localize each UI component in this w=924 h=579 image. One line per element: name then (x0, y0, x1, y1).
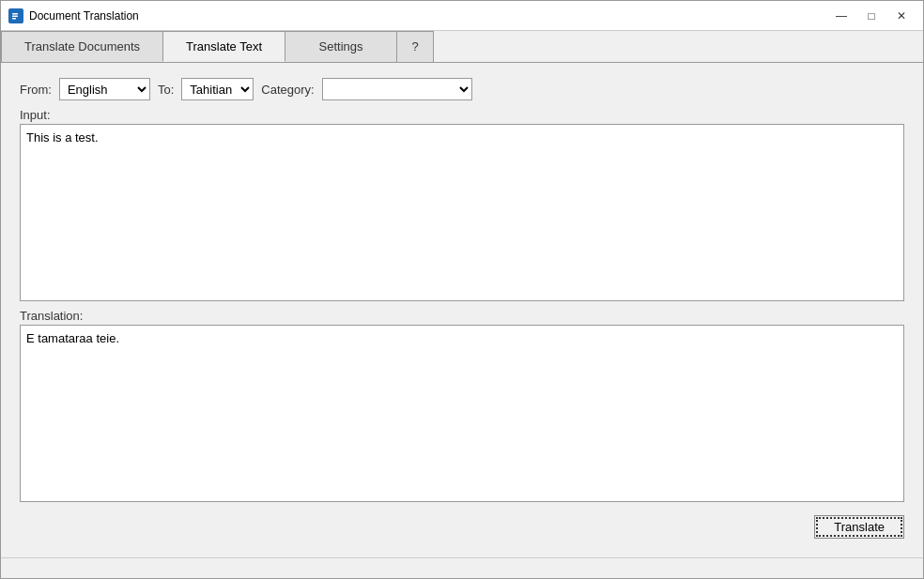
input-label: Input: (20, 108, 904, 122)
tab-translate-documents[interactable]: Translate Documents (1, 31, 163, 62)
to-label: To: (158, 83, 174, 97)
translation-label: Translation: (20, 309, 904, 323)
input-textarea[interactable]: This is a test. (20, 124, 904, 301)
main-content: From: English Auto-detect French Spanish… (1, 63, 923, 557)
from-dropdown[interactable]: English Auto-detect French Spanish Germa… (59, 78, 150, 100)
tab-help[interactable]: ? (396, 31, 434, 62)
language-controls: From: English Auto-detect French Spanish… (20, 78, 904, 100)
tab-bar: Translate Documents Translate Text Setti… (1, 31, 923, 63)
title-bar: Document Translation — □ ✕ (1, 1, 923, 31)
close-button[interactable]: ✕ (887, 7, 916, 25)
translation-textarea[interactable]: E tamataraa teie. (20, 325, 904, 502)
category-label: Category: (261, 83, 314, 97)
app-icon (8, 8, 23, 23)
input-section: Input: This is a test. (20, 108, 904, 301)
category-dropdown[interactable] (322, 78, 472, 100)
minimize-button[interactable]: — (827, 7, 855, 25)
translation-section: Translation: E tamataraa teie. (20, 309, 904, 502)
svg-rect-1 (12, 13, 18, 15)
svg-rect-2 (12, 15, 18, 17)
tab-settings[interactable]: Settings (285, 31, 397, 62)
from-label: From: (20, 83, 52, 97)
main-window: Document Translation — □ ✕ Translate Doc… (0, 0, 924, 579)
window-controls: — □ ✕ (827, 7, 916, 25)
svg-rect-3 (12, 18, 16, 20)
to-dropdown[interactable]: Tahitian French English Spanish German (181, 78, 254, 100)
translate-button[interactable]: Translate (814, 515, 904, 539)
tab-translate-text[interactable]: Translate Text (162, 31, 285, 62)
maximize-button[interactable]: □ (857, 7, 886, 25)
bottom-row: Translate (20, 510, 904, 542)
status-bar (1, 557, 923, 578)
window-title: Document Translation (29, 9, 827, 23)
